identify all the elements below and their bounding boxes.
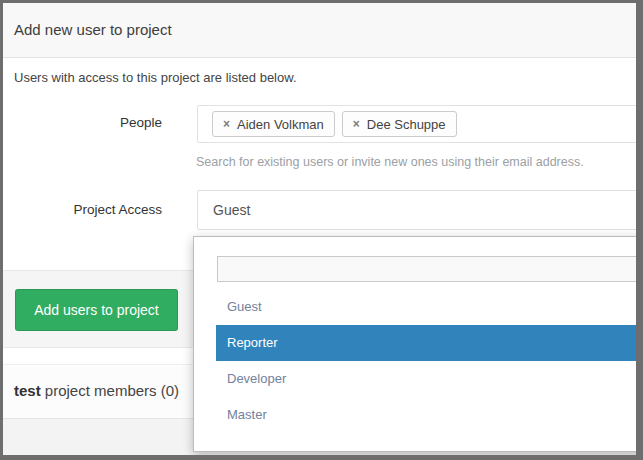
panel-title: Add new user to project [3,3,636,58]
project-access-select[interactable]: Guest [197,190,643,230]
people-label: People [3,115,162,130]
people-field[interactable]: × Aiden Volkman × Dee Schuppe [197,105,643,143]
remove-tag-icon[interactable]: × [223,118,230,130]
selected-access-value: Guest [213,202,250,218]
selected-user-tag[interactable]: × Aiden Volkman [212,111,335,137]
dropdown-option-developer[interactable]: Developer [216,361,643,397]
dropdown-search-input[interactable] [217,256,643,282]
add-users-button[interactable]: Add users to project [15,289,178,331]
people-help-text: Search for existing users or invite new … [196,155,584,169]
dropdown-option-master[interactable]: Master [216,397,643,433]
project-name: test [14,382,41,399]
access-dropdown: Guest Reporter Developer Master [193,236,643,452]
tag-label: Aiden Volkman [237,117,324,132]
members-count-text: project members (0) [41,382,179,399]
selected-user-tag[interactable]: × Dee Schuppe [342,111,457,137]
project-access-label: Project Access [3,202,162,217]
remove-tag-icon[interactable]: × [353,118,360,130]
intro-text: Users with access to this project are li… [14,70,297,85]
dropdown-option-guest[interactable]: Guest [216,289,643,325]
add-user-window: Add new user to project Users with acces… [0,0,643,460]
access-options-list: Guest Reporter Developer Master [216,289,643,433]
tag-label: Dee Schuppe [367,117,446,132]
dropdown-option-reporter[interactable]: Reporter [216,325,643,361]
